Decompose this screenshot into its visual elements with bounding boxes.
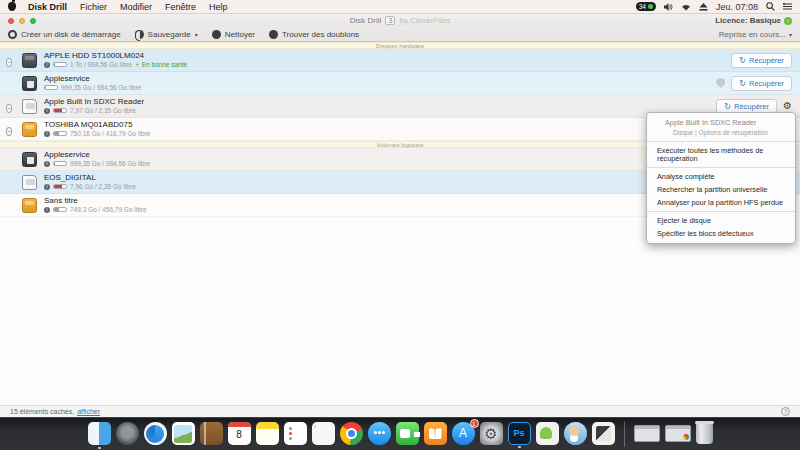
recover-label: Récupérer (749, 56, 784, 65)
dock-calendar-icon[interactable]: 8 (228, 422, 251, 445)
clean-button[interactable]: Nettoyer (212, 30, 255, 39)
dock-launchpad-icon[interactable] (116, 422, 139, 445)
volume-icon-dark (22, 76, 37, 91)
disk-size: 7,96 Go / 2,35 Go libre (70, 183, 136, 190)
dock-minimized-window-icon[interactable] (634, 425, 660, 442)
menu-app-name[interactable]: Disk Drill (28, 2, 67, 12)
dock-photoshop-icon[interactable]: Ps (508, 422, 531, 445)
collapse-toggle-icon[interactable]: − (6, 58, 12, 67)
info-icon[interactable]: i (44, 62, 50, 68)
dock-photos-icon[interactable] (172, 422, 195, 445)
dock-contacts-icon[interactable] (200, 422, 223, 445)
recover-button[interactable]: ↻ Récupérer (731, 53, 792, 68)
dock-chrome-icon[interactable] (340, 422, 363, 445)
dock-divider (624, 421, 625, 447)
menu-help[interactable]: Help (209, 2, 228, 12)
collapse-toggle-icon[interactable]: − (6, 104, 12, 113)
info-icon[interactable]: i (44, 161, 50, 167)
dock-safari-icon[interactable] (144, 422, 167, 445)
backup-icon (135, 30, 144, 39)
help-icon[interactable]: ? (781, 407, 790, 416)
info-icon[interactable]: i (44, 184, 50, 190)
recover-button[interactable]: ↻ Récupérer (731, 76, 792, 91)
backup-button[interactable]: Sauvegarde ▾ (135, 30, 198, 39)
disk-name: EOS_DIGITAL (44, 174, 136, 182)
wifi-icon[interactable] (681, 3, 691, 11)
appstore-letter: A (459, 426, 467, 440)
hard-drive-icon (22, 53, 37, 68)
gear-icon[interactable]: ⚙ (783, 101, 792, 111)
window-title-byline: by CleverFiles (400, 16, 451, 25)
license-status[interactable]: Licence: Basique ↑ (715, 16, 792, 25)
dock-facetime-icon[interactable] (396, 422, 419, 445)
menu-item-eject-disk[interactable]: Ejecter le disque (647, 214, 795, 227)
health-label: En bonne santé (142, 61, 188, 68)
disk-details: i 7,97 Go / 2,35 Go libre (44, 107, 144, 114)
dock-notes-icon[interactable] (256, 422, 279, 445)
create-boot-disk-button[interactable]: Créer un disk de démarrage (8, 30, 121, 39)
dock-trash-icon[interactable] (696, 423, 713, 444)
protection-shield-icon[interactable] (716, 78, 725, 88)
dock-maps-icon[interactable] (312, 422, 335, 445)
dock-avatar-app-icon[interactable] (564, 422, 587, 445)
menu-bar: Disk Drill Fichier Modifier Fenêtre Help… (0, 0, 800, 14)
disk-row-apple-hdd[interactable]: − APPLE HDD ST1000LM024 i 1 To / 984,56 … (0, 49, 800, 72)
collapse-toggle-icon[interactable]: − (6, 127, 12, 136)
battery-charge-icon (648, 4, 653, 9)
dock-ibooks-icon[interactable] (424, 422, 447, 445)
dock-reminders-icon[interactable] (284, 422, 307, 445)
eject-icon[interactable] (699, 3, 708, 11)
resume-dropdown[interactable]: Reprise en cours... ▾ (719, 30, 792, 39)
context-menu-title: Apple Built In SDXC Reader (647, 116, 795, 129)
capacity-bar (53, 161, 67, 166)
dock-system-preferences-icon[interactable]: ⚙ (480, 422, 503, 445)
menu-fichier[interactable]: Fichier (80, 2, 107, 12)
find-duplicates-button[interactable]: Trouver des doublons (269, 30, 359, 39)
menu-item-full-scan[interactable]: Analyse complète (647, 170, 795, 183)
boot-disk-label: Créer un disk de démarrage (21, 30, 121, 39)
spotlight-icon[interactable] (766, 2, 775, 11)
info-icon[interactable]: i (44, 108, 50, 114)
health-icon: ⚡ (135, 61, 140, 68)
volume-icon[interactable] (664, 3, 673, 11)
dock-finder-icon[interactable] (88, 422, 111, 445)
dock-messages-icon[interactable] (368, 422, 391, 445)
chevron-down-icon: ▾ (789, 31, 792, 38)
recover-icon: ↻ (724, 103, 731, 110)
dock-android-studio-icon[interactable] (536, 422, 559, 445)
apple-logo-icon[interactable] (8, 2, 16, 11)
capacity-bar (44, 85, 58, 90)
menu-separator (647, 211, 795, 212)
disk-details: i 999,35 Go / 984,56 Go libre (44, 160, 150, 167)
dock-appstore-icon[interactable]: A 1 (452, 422, 475, 445)
chevron-down-icon: ▾ (195, 31, 198, 38)
minimize-window-button[interactable] (19, 18, 25, 24)
menu-separator (647, 141, 795, 142)
sd-card-icon (22, 175, 37, 190)
menu-item-bad-blocks[interactable]: Spécifier les blocs défectueux (647, 227, 795, 240)
backup-label: Sauvegarde (148, 30, 191, 39)
capacity-bar (53, 131, 67, 136)
menu-modifier[interactable]: Modifier (120, 2, 152, 12)
dock-minimized-window-icon[interactable] (665, 425, 691, 442)
external-drive-icon (22, 198, 37, 213)
sd-card-icon (22, 99, 37, 114)
menu-fenetre[interactable]: Fenêtre (165, 2, 196, 12)
menu-item-hfs-partition[interactable]: Annalyser pour la partition HFS perdue (647, 196, 795, 209)
disk-row-appleservice[interactable]: Appleservice 999,35 Go / 984,56 Go libre… (0, 72, 800, 95)
info-icon[interactable]: i (44, 131, 50, 137)
menu-clock[interactable]: Jeu. 07:08 (716, 2, 758, 12)
menu-item-universal-partition[interactable]: Rechercher la partition universelle (647, 183, 795, 196)
disk-details: i 7,96 Go / 2,35 Go libre (44, 183, 136, 190)
zoom-window-button[interactable] (30, 18, 36, 24)
dock-screenshot-app-icon[interactable] (592, 422, 615, 445)
battery-indicator[interactable]: 34 (636, 2, 656, 11)
show-hidden-link[interactable]: afficher (77, 408, 100, 415)
info-icon[interactable]: i (44, 207, 50, 213)
notification-center-icon[interactable] (783, 3, 792, 11)
clean-icon (212, 30, 221, 39)
recover-icon: ↻ (739, 80, 746, 87)
menu-item-run-all-methods[interactable]: Exécuter toutes les méthodes de récupéra… (647, 144, 795, 165)
disk-name: APPLE HDD ST1000LM024 (44, 52, 187, 60)
close-window-button[interactable] (8, 18, 14, 24)
